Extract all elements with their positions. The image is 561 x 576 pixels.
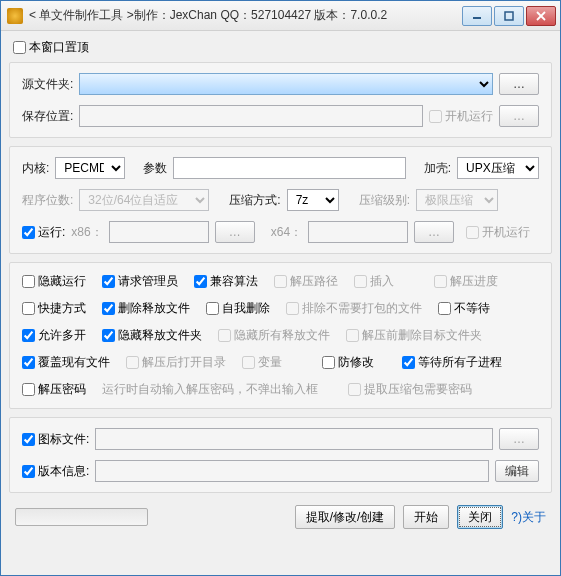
opt-depath[interactable]: 解压路径 [274,273,338,290]
params-input[interactable] [173,157,405,179]
options-panel: 隐藏运行 请求管理员 兼容算法 解压路径 插入 解压进度 快捷方式 删除释放文件… [9,262,552,409]
opt-hide-run[interactable]: 隐藏运行 [22,273,86,290]
extract-button[interactable]: 提取/修改/创建 [295,505,396,529]
opt-pwd-note: 运行时自动输入解压密码，不弹出输入框 [102,381,332,398]
bits-label: 程序位数: [22,192,73,209]
kernel-select[interactable]: PECMD [55,157,125,179]
opt-self-del[interactable]: 自我删除 [206,300,270,317]
svg-rect-1 [505,12,513,20]
minimize-button[interactable] [462,6,492,26]
bits-select[interactable]: 32位/64位自适应 [79,189,209,211]
run-x86-label: x86： [71,224,102,241]
run-x64-label: x64： [271,224,302,241]
bottom-bar: 提取/修改/创建 开始 关闭 ?)关于 [9,501,552,531]
opt-shortcut[interactable]: 快捷方式 [22,300,86,317]
window-title: < 单文件制作工具 >制作：JexChan QQ：527104427 版本：7.… [29,7,462,24]
close-button[interactable]: 关闭 [457,505,503,529]
kernel-label: 内核: [22,160,49,177]
src-folder-combo[interactable] [79,73,493,95]
run-startup-checkbox[interactable]: 开机运行 [466,224,530,241]
opt-deprog[interactable]: 解压进度 [434,273,498,290]
opt-compat[interactable]: 兼容算法 [194,273,258,290]
ver-info-input[interactable] [95,460,489,482]
client-area: 本窗口置顶 源文件夹: … 保存位置: 开机运行 … 内核: PECMD 参数 … [1,31,560,575]
run-checkbox[interactable]: 运行: [22,224,65,241]
src-browse-button[interactable]: … [499,73,539,95]
ver-edit-button[interactable]: 编辑 [495,460,539,482]
icon-checkbox[interactable]: 图标文件: [22,431,89,448]
titlebar: < 单文件制作工具 >制作：JexChan QQ：527104427 版本：7.… [1,1,560,31]
save-path-input[interactable] [79,105,423,127]
about-link[interactable]: ?)关于 [511,509,546,526]
opt-req-admin[interactable]: 请求管理员 [102,273,178,290]
opt-pwd[interactable]: 解压密码 [22,381,86,398]
maximize-button[interactable] [494,6,524,26]
source-panel: 源文件夹: … 保存位置: 开机运行 … [9,62,552,138]
app-icon [7,8,23,24]
opt-open-after[interactable]: 解压后打开目录 [126,354,226,371]
icon-path-input[interactable] [95,428,493,450]
src-label: 源文件夹: [22,76,73,93]
icon-browse-button[interactable]: … [499,428,539,450]
start-button[interactable]: 开始 [403,505,449,529]
opt-insert[interactable]: 插入 [354,273,418,290]
opt-pick-pwd[interactable]: 提取压缩包需要密码 [348,381,472,398]
opt-exclude[interactable]: 排除不需要打包的文件 [286,300,422,317]
opt-hide-all-rel[interactable]: 隐藏所有释放文件 [218,327,330,344]
save-label: 保存位置: [22,108,73,125]
params-label: 参数 [143,160,167,177]
progress-bar [15,508,148,526]
opt-antimod[interactable]: 防修改 [322,354,386,371]
run-x86-input[interactable] [109,221,209,243]
opt-multi[interactable]: 允许多开 [22,327,86,344]
cmethod-label: 压缩方式: [229,192,280,209]
clevel-label: 压缩级别: [359,192,410,209]
clevel-select[interactable]: 极限压缩 [416,189,498,211]
opt-wait-child[interactable]: 等待所有子进程 [402,354,502,371]
window-buttons [462,6,556,26]
pin-top-checkbox[interactable]: 本窗口置顶 [13,39,89,56]
opt-var[interactable]: 变量 [242,354,306,371]
opt-del-before[interactable]: 解压前删除目标文件夹 [346,327,482,344]
run-x64-input[interactable] [308,221,408,243]
opt-overwrite[interactable]: 覆盖现有文件 [22,354,110,371]
config-panel: 内核: PECMD 参数 加壳: UPX压缩 程序位数: 32位/64位自适应 … [9,146,552,254]
opt-del-rel[interactable]: 删除释放文件 [102,300,190,317]
save-startup-checkbox[interactable]: 开机运行 [429,108,493,125]
save-browse-button[interactable]: … [499,105,539,127]
ver-checkbox[interactable]: 版本信息: [22,463,89,480]
shell-label: 加壳: [424,160,451,177]
run-x64-browse[interactable]: … [414,221,454,243]
cmethod-select[interactable]: 7z [287,189,339,211]
main-window: < 单文件制作工具 >制作：JexChan QQ：527104427 版本：7.… [0,0,561,576]
close-window-button[interactable] [526,6,556,26]
opt-hide-reldir[interactable]: 隐藏释放文件夹 [102,327,202,344]
opt-nowait[interactable]: 不等待 [438,300,502,317]
shell-select[interactable]: UPX压缩 [457,157,539,179]
run-x86-browse[interactable]: … [215,221,255,243]
resource-panel: 图标文件: … 版本信息: 编辑 [9,417,552,493]
